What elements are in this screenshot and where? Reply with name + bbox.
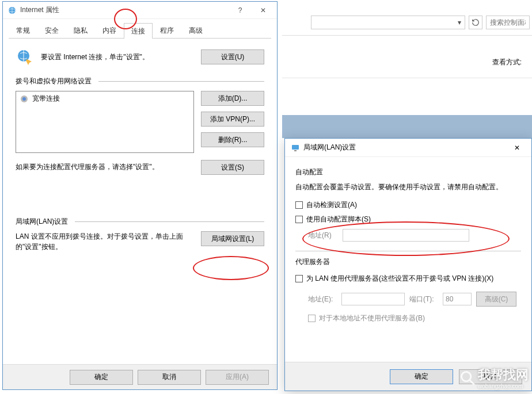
section-dialup: 拨号和虚拟专用网络设置 — [16, 76, 264, 86]
bg-toolbar: ▾ — [311, 14, 532, 30]
section-lan-label: 局域网(LAN)设置 — [16, 217, 68, 227]
search-input[interactable] — [486, 16, 530, 29]
tabstrip: 常规 安全 隐私 内容 连接 程序 高级 — [9, 22, 271, 39]
lan-settings-dialog: 局域网(LAN)设置 ✕ 自动配置 自动配置会覆盖手动设置。要确保使用手动设置，… — [284, 138, 532, 391]
tab-security[interactable]: 安全 — [37, 22, 66, 38]
divider — [98, 81, 264, 82]
globe-wizard-icon — [16, 48, 34, 66]
tab-general[interactable]: 常规 — [9, 22, 37, 38]
setup-text: 要设置 Internet 连接，单击"设置"。 — [41, 52, 194, 62]
tab-advanced[interactable]: 高级 — [181, 22, 210, 38]
group-auto-config: 自动配置 — [295, 167, 521, 177]
dialog-title: 局域网(LAN)设置 — [303, 143, 506, 152]
cancel-button[interactable]: 取消 — [138, 370, 201, 385]
refresh-icon — [472, 18, 480, 26]
proxy-note: 如果要为连接配置代理服务器，请选择"设置"。 — [16, 162, 159, 172]
address-r-label: 地址(R) — [308, 231, 337, 240]
bypass-local-checkbox — [308, 315, 316, 322]
dialog-footer: 确定 取消 应用(A) — [3, 364, 277, 389]
autoscript-checkbox[interactable] — [295, 216, 303, 223]
auto-config-note: 自动配置会覆盖手动设置。要确保使用手动设置，请禁用自动配置。 — [295, 182, 521, 192]
lan-note: LAN 设置不应用到拨号连接。对于拨号设置，单击上面的"设置"按钮。 — [16, 231, 194, 252]
tab-programs[interactable]: 程序 — [153, 22, 181, 38]
autoscript-address-input[interactable] — [343, 229, 469, 242]
lan-icon — [291, 143, 300, 152]
svg-rect-6 — [294, 150, 297, 151]
section-dialup-label: 拨号和虚拟专用网络设置 — [16, 76, 92, 86]
connection-icon — [20, 94, 29, 104]
settings-button[interactable]: 设置(S) — [201, 160, 264, 175]
tab-content[interactable]: 内容 — [95, 22, 124, 38]
autoscript-label: 使用自动配置脚本(S) — [306, 215, 371, 224]
titlebar[interactable]: 局域网(LAN)设置 ✕ — [285, 139, 531, 157]
section-lan: 局域网(LAN)设置 — [16, 217, 264, 227]
bg-separator-2 — [282, 78, 532, 78]
proxy-port-input[interactable] — [443, 293, 472, 305]
tab-connections[interactable]: 连接 — [124, 23, 153, 39]
divider — [295, 251, 521, 251]
apply-button[interactable]: 应用(A) — [206, 370, 269, 385]
close-button[interactable]: ✕ — [252, 2, 275, 18]
svg-point-4 — [22, 97, 26, 101]
proxy-port-label: 端口(T): — [409, 294, 438, 304]
setup-button[interactable]: 设置(U) — [201, 49, 264, 64]
lan-settings-button[interactable]: 局域网设置(L) — [201, 231, 264, 246]
use-proxy-checkbox[interactable] — [295, 275, 303, 282]
close-icon: ✕ — [514, 144, 520, 152]
help-button[interactable]: ? — [229, 2, 252, 18]
svg-rect-5 — [292, 145, 299, 150]
autodetect-label: 自动检测设置(A) — [306, 200, 357, 210]
internet-properties-dialog: Internet 属性 ? ✕ 常规 安全 隐私 内容 连接 程序 高级 要设置… — [2, 1, 278, 390]
titlebar[interactable]: Internet 属性 ? ✕ — [3, 2, 277, 19]
help-icon: ? — [238, 6, 242, 14]
proxy-address-input[interactable] — [341, 293, 405, 305]
view-mode-label: 查看方式: — [492, 58, 522, 67]
tabpage-connections: 要设置 Internet 连接，单击"设置"。 设置(U) 拨号和虚拟专用网络设… — [3, 39, 277, 259]
use-proxy-label: 为 LAN 使用代理服务器(这些设置不用于拨号或 VPN 连接)(X) — [306, 274, 493, 284]
internet-options-icon — [7, 6, 17, 15]
proxy-address-label: 地址(E): — [308, 294, 337, 304]
cancel-button[interactable]: 取消 — [459, 369, 522, 384]
ok-button[interactable]: 确定 — [390, 369, 453, 384]
bypass-local-label: 对于本地地址不使用代理服务器(B) — [319, 313, 425, 323]
chevron-down-icon: ▾ — [458, 18, 461, 26]
divider — [75, 221, 264, 222]
connections-listbox[interactable]: 宽带连接 — [16, 91, 194, 153]
bg-separator — [282, 35, 532, 36]
group-proxy: 代理服务器 — [295, 257, 521, 267]
address-combo[interactable]: ▾ — [311, 16, 465, 29]
close-button[interactable]: ✕ — [506, 140, 528, 156]
list-item[interactable]: 宽带连接 — [20, 94, 190, 104]
remove-button[interactable]: 删除(R)... — [201, 132, 264, 147]
refresh-button[interactable] — [469, 16, 482, 29]
list-item-label: 宽带连接 — [32, 94, 60, 104]
add-button[interactable]: 添加(D)... — [201, 91, 264, 106]
add-vpn-button[interactable]: 添加 VPN(P)... — [201, 112, 264, 127]
bg-blue-strip — [282, 115, 532, 138]
ok-button[interactable]: 确定 — [70, 370, 133, 385]
dialog-footer: 确定 取消 — [285, 362, 531, 391]
dialog-title: Internet 属性 — [20, 5, 229, 15]
advanced-button[interactable]: 高级(C) — [476, 292, 516, 307]
tab-privacy[interactable]: 隐私 — [66, 22, 95, 38]
close-icon: ✕ — [260, 6, 266, 14]
autodetect-checkbox[interactable] — [295, 201, 303, 209]
